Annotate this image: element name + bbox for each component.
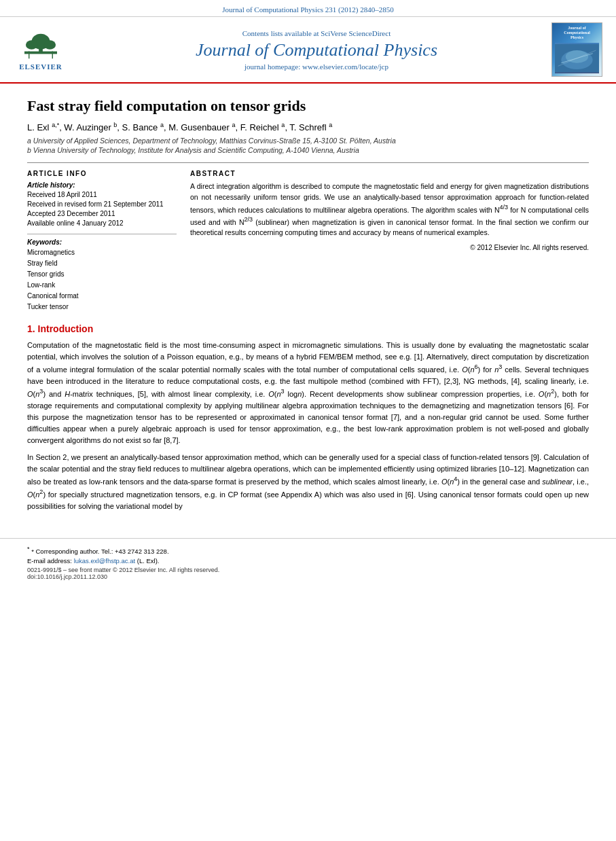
homepage-link[interactable]: www.elsevier.com/locate/jcp: [302, 62, 388, 71]
article-history-section: Article history: Received 18 April 2011 …: [27, 181, 177, 228]
keyword-canonical-format: Canonical format: [27, 291, 177, 302]
keywords-section: Keywords: Micromagnetics Stray field Ten…: [27, 238, 177, 312]
copyright-text: 0021-9991/$ – see front matter © 2012 El…: [27, 567, 219, 573]
article-title: Fast stray field computation on tensor g…: [27, 97, 589, 115]
authors-text: L. Exl a,*, W. Auzinger b, S. Bance a, M…: [27, 122, 332, 132]
email-note: E-mail address: lukas.exl@fhstp.ac.at (L…: [27, 557, 589, 565]
intro-paragraph-1: Computation of the magnetostatic field i…: [27, 340, 589, 446]
authors-line: L. Exl a,*, W. Auzinger b, S. Bance a, M…: [27, 122, 589, 132]
abstract-text: A direct integration algorithm is descri…: [190, 181, 589, 238]
journal-header: ELSEVIER Contents lists available at Sci…: [0, 17, 616, 84]
svg-point-3: [26, 40, 37, 49]
article-info-column: ARTICLE INFO Article history: Received 1…: [27, 170, 177, 312]
svg-point-9: [566, 50, 588, 63]
corresponding-author-note: * * Corresponding author. Tel.: +43 2742…: [27, 545, 589, 555]
elsevier-brand-text: ELSEVIER: [19, 62, 62, 71]
abstract-section: ABSTRACT A direct integration algorithm …: [190, 170, 589, 312]
introduction-heading-text: 1. Introduction: [27, 323, 93, 334]
info-divider: [27, 234, 177, 234]
footer-doi-line: doi:10.1016/j.jcp.2011.12.030: [27, 573, 589, 580]
journal-title-block: Contents lists available at SciVerse Sci…: [81, 29, 551, 71]
sciversedirect-link[interactable]: SciVerse ScienceDirect: [321, 29, 391, 37]
keyword-stray-field: Stray field: [27, 258, 177, 269]
affiliations: a University of Applied Sciences, Depart…: [27, 137, 589, 154]
cover-journal-title: Journal ofComputationalPhysics: [564, 26, 590, 41]
footer-copyright-line: 0021-9991/$ – see front matter © 2012 El…: [27, 567, 589, 573]
elsevier-tree-icon: [20, 29, 61, 61]
contents-prefix: Contents lists available at: [242, 29, 321, 37]
footer-area: * * Corresponding author. Tel.: +43 2742…: [0, 538, 616, 587]
author-email-link[interactable]: lukas.exl@fhstp.ac.at: [74, 557, 135, 565]
top-bar: Journal of Computational Physics 231 (20…: [0, 0, 616, 17]
abstract-heading: ABSTRACT: [190, 170, 589, 177]
svg-point-4: [44, 40, 56, 49]
journal-cover-image: Journal ofComputationalPhysics: [551, 22, 602, 77]
elsevier-logo: ELSEVIER: [14, 29, 68, 71]
email-suffix: (L. Exl).: [135, 557, 159, 565]
affiliation-b: b Vienna University of Technology, Insti…: [27, 146, 589, 154]
cover-graphic: [555, 43, 599, 73]
journal-homepage: journal homepage: www.elsevier.com/locat…: [81, 62, 551, 71]
introduction-heading: 1. Introduction: [27, 323, 589, 334]
doi-text: doi:10.1016/j.jcp.2011.12.030: [27, 573, 107, 580]
article-content: Fast stray field computation on tensor g…: [0, 84, 616, 531]
affiliation-a: a University of Applied Sciences, Depart…: [27, 137, 589, 145]
homepage-prefix: journal homepage:: [244, 62, 302, 71]
journal-citation-link[interactable]: Journal of Computational Physics 231 (20…: [222, 5, 393, 14]
keyword-tensor-grids: Tensor grids: [27, 269, 177, 280]
corresponding-author-text: * Corresponding author. Tel.: +43 2742 3…: [31, 548, 168, 555]
email-label: E-mail address:: [27, 557, 74, 565]
abstract-copyright: © 2012 Elsevier Inc. All rights reserved…: [190, 244, 589, 251]
keyword-low-rank: Low-rank: [27, 280, 177, 291]
journal-name: Journal of Computational Physics: [81, 40, 551, 60]
keyword-micromagnetics: Micromagnetics: [27, 247, 177, 258]
article-info-heading: ARTICLE INFO: [27, 170, 177, 177]
cover-image-area: [555, 43, 599, 73]
accepted-date: Accepted 23 December 2011: [27, 209, 177, 219]
footnote-star: *: [27, 545, 30, 552]
received-revised-date: Received in revised form 21 September 20…: [27, 200, 177, 209]
contents-available-line: Contents lists available at SciVerse Sci…: [81, 29, 551, 37]
keywords-label: Keywords:: [27, 238, 177, 246]
available-date: Available online 4 January 2012: [27, 219, 177, 228]
article-meta-section: ARTICLE INFO Article history: Received 1…: [27, 162, 589, 312]
received-date: Received 18 April 2011: [27, 190, 177, 200]
history-label: Article history:: [27, 181, 177, 189]
keyword-tucker-tensor: Tucker tensor: [27, 302, 177, 312]
intro-paragraph-2: In Section 2, we present an analytically…: [27, 452, 589, 512]
